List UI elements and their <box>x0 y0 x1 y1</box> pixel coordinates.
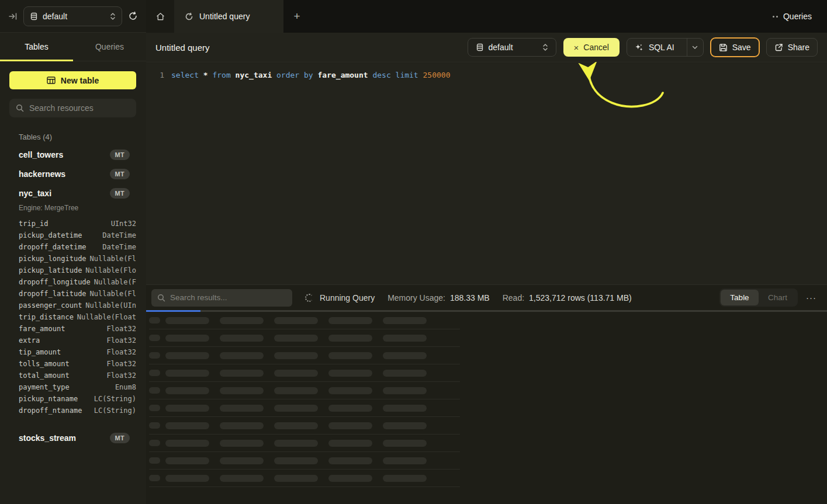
home-tab[interactable] <box>146 0 174 33</box>
search-icon <box>16 104 24 112</box>
query-database-value: default <box>489 43 538 52</box>
engine-badge: MT <box>110 150 130 160</box>
new-table-label: New table <box>61 76 99 85</box>
table-column-row: pickup_latitudeNullable(Flo <box>19 265 136 276</box>
search-resources-input[interactable] <box>29 103 123 113</box>
table-name: stocks_stream <box>19 433 76 443</box>
share-icon <box>774 43 783 52</box>
sidebar-tab-queries[interactable]: Queries <box>73 33 146 61</box>
table-item-cell-towers[interactable]: cell_towers MT <box>0 145 146 164</box>
search-results-input[interactable] <box>170 293 275 302</box>
skeleton-row <box>149 347 460 364</box>
search-icon <box>157 294 165 302</box>
sparkles-icon <box>635 43 643 52</box>
refresh-icon[interactable] <box>128 11 138 21</box>
table-item-nyc-taxi[interactable]: nyc_taxi MT <box>0 183 146 203</box>
table-icon <box>47 77 56 84</box>
memory-usage-stat: Memory Usage: 188.33 MB <box>387 293 490 303</box>
table-name: nyc_taxi <box>19 189 51 198</box>
running-queries-icon <box>773 16 778 18</box>
query-database-selector[interactable]: default <box>468 38 556 57</box>
skeleton-row <box>149 329 460 347</box>
sql-ai-label: SQL AI <box>649 43 674 52</box>
table-column-row: tip_amountFloat32 <box>19 346 136 358</box>
results-view-controls: Table Chart ··· <box>719 289 816 307</box>
sql-code: select * from nyc_taxi order by fare_amo… <box>171 71 451 79</box>
table-column-row: trip_distanceNullable(Float <box>19 311 136 323</box>
cancel-query-button[interactable]: × Cancel <box>563 38 620 57</box>
read-stat: Read: 1,523,712 rows (113.71 MB) <box>503 293 632 303</box>
collapse-sidebar-icon[interactable] <box>8 12 18 21</box>
table-column-row: pickup_datetimeDateTime <box>19 230 136 241</box>
chevron-updown-icon <box>110 12 116 20</box>
status-text: Running Query <box>320 293 375 303</box>
results-search[interactable] <box>151 289 292 307</box>
topbar-left: default <box>0 0 146 33</box>
skeleton-row <box>149 364 460 382</box>
queries-link[interactable]: Queries <box>773 0 827 33</box>
chevron-down-icon[interactable] <box>687 39 703 56</box>
save-icon <box>719 43 728 52</box>
database-selector[interactable]: default <box>23 6 122 26</box>
tab-loading-icon <box>185 12 193 21</box>
query-progress-bar <box>146 310 827 312</box>
table-column-row: fare_amountFloat32 <box>19 323 136 335</box>
share-button[interactable]: Share <box>766 38 818 57</box>
view-toggle: Table Chart <box>719 289 798 307</box>
table-column-row: total_amountFloat32 <box>19 370 136 381</box>
code-line: 1 select * from nyc_taxi order by fare_a… <box>146 63 827 79</box>
table-column-row: trip_idUInt32 <box>19 218 136 230</box>
table-column-row: payment_typeEnum8 <box>19 381 136 393</box>
sidebar-tab-tables[interactable]: Tables <box>0 33 73 61</box>
skeleton-row <box>149 417 460 435</box>
database-icon <box>30 12 38 20</box>
results-panel: Running Query Memory Usage: 188.33 MB Re… <box>146 284 827 504</box>
skeleton-row <box>149 435 460 452</box>
column-list: trip_idUInt32pickup_datetimeDateTimedrop… <box>0 217 146 420</box>
save-button[interactable]: Save <box>711 38 759 57</box>
close-icon: × <box>574 43 579 52</box>
engine-badge: MT <box>110 169 130 179</box>
query-header: Untitled query default × Cancel <box>146 33 827 62</box>
table-column-row: dropoff_datetimeDateTime <box>19 241 136 253</box>
query-progress-fill <box>146 310 200 312</box>
chevron-updown-icon <box>542 43 548 51</box>
table-item-hackernews[interactable]: hackernews MT <box>0 164 146 183</box>
line-number: 1 <box>156 71 164 79</box>
view-toggle-chart[interactable]: Chart <box>759 290 797 305</box>
sql-editor[interactable]: 1 select * from nyc_taxi order by fare_a… <box>146 63 827 284</box>
sidebar-search[interactable] <box>9 99 136 117</box>
new-table-button[interactable]: New table <box>9 71 136 89</box>
table-column-row: pickup_longitudeNullable(Fl <box>19 253 136 265</box>
view-toggle-table[interactable]: Table <box>721 290 759 305</box>
tab-label: Untitled query <box>199 12 250 21</box>
sidebar-tabs: Tables Queries <box>0 33 146 61</box>
table-item-stocks-stream[interactable]: stocks_stream MT <box>0 428 146 447</box>
table-column-row: tolls_amountFloat32 <box>19 358 136 370</box>
save-label: Save <box>732 43 751 52</box>
tab-strip: Untitled query + Queries <box>146 0 827 33</box>
engine-label: Engine: MergeTree <box>0 203 146 217</box>
query-actions: default × Cancel <box>468 38 818 57</box>
tabstrip-spacer <box>310 0 773 33</box>
sql-ai-button[interactable]: SQL AI <box>627 38 704 57</box>
queries-link-label: Queries <box>783 12 812 21</box>
skeleton-row <box>149 470 460 487</box>
table-name: cell_towers <box>19 150 63 159</box>
results-toolbar: Running Query Memory Usage: 188.33 MB Re… <box>146 285 827 310</box>
spinner-icon <box>305 294 313 302</box>
engine-badge: MT <box>110 188 130 199</box>
skeleton-row <box>149 399 460 417</box>
new-tab-button[interactable]: + <box>283 0 310 33</box>
table-column-row: dropoff_longitudeNullable(F <box>19 276 136 288</box>
table-column-row: dropoff_latitudeNullable(Fl <box>19 288 136 300</box>
more-options-button[interactable]: ··· <box>806 295 816 301</box>
tab-untitled-query[interactable]: Untitled query <box>174 0 283 33</box>
sidebar: Tables Queries New table Tables (4) cell… <box>0 33 146 504</box>
skeleton-table <box>146 312 827 487</box>
cancel-label: Cancel <box>583 43 609 52</box>
table-column-row: pickup_ntanameLC(String) <box>19 393 136 405</box>
share-label: Share <box>788 43 809 52</box>
engine-badge: MT <box>110 433 130 443</box>
tables-section-title: Tables (4) <box>19 133 137 141</box>
